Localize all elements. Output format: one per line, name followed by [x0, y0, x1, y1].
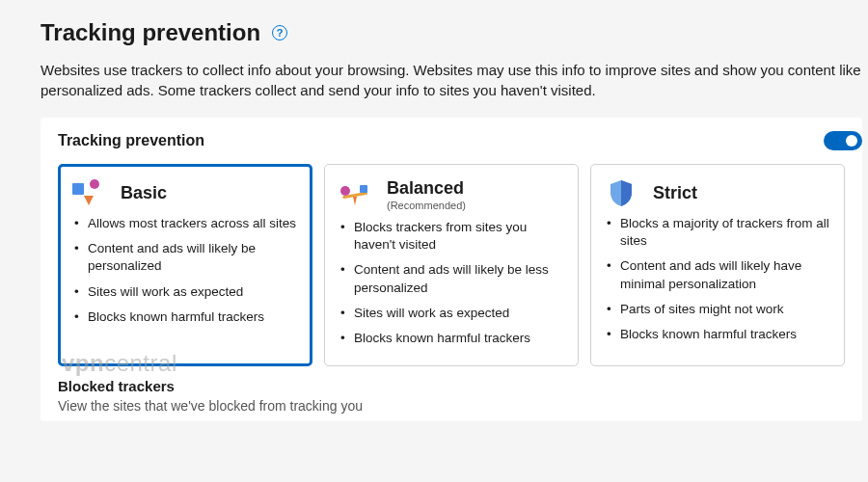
basic-icon — [72, 178, 105, 207]
list-item: Content and ads will likely be less pers… — [339, 261, 564, 296]
list-item: Blocks known harmful trackers — [339, 330, 564, 347]
card-basic-title: Basic — [121, 183, 167, 203]
tracking-toggle[interactable] — [824, 131, 862, 150]
list-item: Sites will work as expected — [339, 305, 564, 322]
svg-point-2 — [90, 179, 99, 189]
card-balanced-title: Balanced — [387, 178, 466, 199]
blocked-trackers-desc: View the sites that we've blocked from t… — [58, 398, 845, 414]
list-item: Blocks a majority of trackers from all s… — [605, 215, 830, 250]
list-item: Content and ads will likely be personali… — [72, 240, 298, 275]
svg-rect-0 — [72, 183, 84, 195]
card-basic[interactable]: Basic Allows most trackers across all si… — [58, 164, 312, 366]
page-description: Websites use trackers to collect info ab… — [41, 60, 868, 100]
card-basic-head: Basic — [72, 178, 298, 207]
card-strict-title: Strict — [653, 183, 697, 203]
svg-point-5 — [340, 186, 350, 196]
card-strict[interactable]: Strict Blocks a majority of trackers fro… — [590, 164, 845, 366]
list-item: Sites will work as expected — [72, 283, 298, 301]
list-item: Blocks known harmful trackers — [72, 308, 298, 326]
svg-rect-6 — [360, 185, 367, 193]
card-balanced-subtitle: (Recommended) — [387, 200, 466, 211]
card-basic-bullets: Allows most trackers across all sites Co… — [72, 215, 298, 326]
card-balanced-head: Balanced (Recommended) — [339, 178, 564, 211]
page-title-row: Tracking prevention ? — [41, 19, 868, 46]
panel-header: Tracking prevention — [58, 131, 845, 150]
card-balanced[interactable]: Balanced (Recommended) Blocks trackers f… — [324, 164, 579, 366]
card-strict-bullets: Blocks a majority of trackers from all s… — [605, 215, 830, 343]
list-item: Content and ads will likely have minimal… — [605, 257, 830, 292]
card-strict-head: Strict — [605, 178, 830, 207]
svg-marker-4 — [353, 197, 357, 205]
list-item: Blocks known harmful trackers — [605, 326, 830, 343]
svg-marker-1 — [84, 196, 94, 205]
card-balanced-bullets: Blocks trackers from sites you haven't v… — [339, 219, 564, 347]
list-item: Blocks trackers from sites you haven't v… — [339, 219, 564, 254]
tracking-prevention-panel: Tracking prevention Basic Allows most tr… — [41, 118, 862, 421]
list-item: Parts of sites might not work — [605, 301, 830, 318]
panel-title: Tracking prevention — [58, 132, 204, 149]
help-icon[interactable]: ? — [272, 25, 287, 40]
list-item: Allows most trackers across all sites — [72, 215, 298, 232]
page-title: Tracking prevention — [41, 19, 260, 46]
strict-shield-icon — [605, 178, 637, 207]
balanced-icon — [339, 180, 371, 209]
blocked-trackers-title[interactable]: Blocked trackers — [58, 378, 845, 394]
prevention-level-cards: Basic Allows most trackers across all si… — [58, 164, 845, 366]
